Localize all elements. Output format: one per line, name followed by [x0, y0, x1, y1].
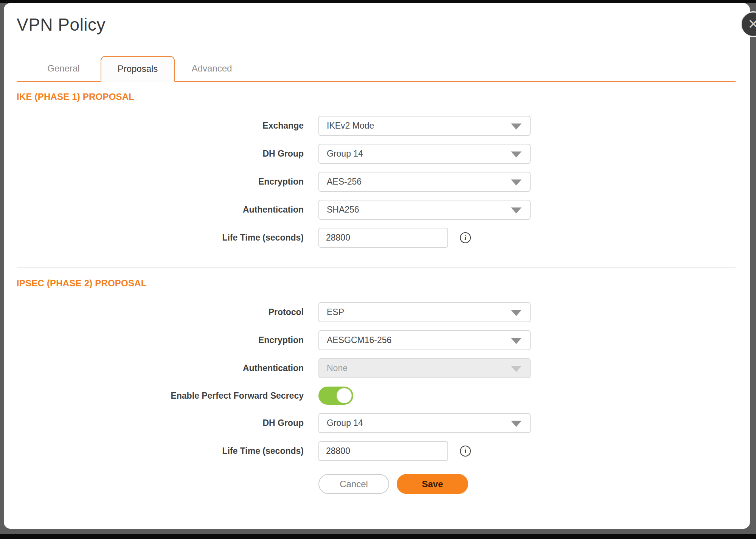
dropdown-arrow-icon	[511, 310, 522, 316]
protocol-select[interactable]: ESP	[318, 302, 531, 322]
ipsec-encryption-row: Encryption AESGCM16-256	[17, 330, 736, 350]
ipsec-encryption-select[interactable]: AESGCM16-256	[318, 330, 531, 350]
ike-phase1-heading: IKE (PHASE 1) PROPOSAL	[17, 92, 736, 102]
pfs-label: Enable Perfect Forward Secrecy	[17, 391, 318, 401]
tab-advanced[interactable]: Advanced	[175, 56, 249, 81]
tab-bar: General Proposals Advanced	[17, 56, 736, 82]
dialog-footer: Cancel Save	[17, 474, 736, 494]
pfs-row: Enable Perfect Forward Secrecy	[17, 386, 736, 405]
exchange-select[interactable]: IKEv2 Mode	[318, 116, 531, 136]
info-icon[interactable]: i	[460, 446, 471, 457]
ipsec-dh-group-select[interactable]: Group 14	[318, 413, 531, 433]
cancel-button[interactable]: Cancel	[318, 474, 389, 494]
ike-authentication-select[interactable]: SHA256	[318, 200, 531, 220]
ipsec-life-time-label: Life Time (seconds)	[17, 446, 318, 456]
ike-encryption-select[interactable]: AES-256	[318, 172, 531, 192]
ipsec-life-time-input[interactable]	[318, 441, 448, 461]
protocol-select-value: ESP	[327, 307, 344, 317]
pfs-toggle-knob	[337, 388, 352, 403]
dropdown-arrow-icon	[511, 338, 522, 344]
ike-authentication-select-value: SHA256	[327, 205, 359, 215]
exchange-select-value: IKEv2 Mode	[327, 121, 374, 131]
ike-dh-group-select-value: Group 14	[327, 149, 363, 159]
protocol-row: Protocol ESP	[17, 302, 736, 322]
exchange-row: Exchange IKEv2 Mode	[17, 116, 736, 136]
dialog-title: VPN Policy	[17, 14, 750, 35]
ipsec-authentication-row: Authentication None	[17, 358, 736, 378]
dropdown-arrow-icon	[511, 207, 522, 213]
dropdown-arrow-icon	[511, 366, 522, 372]
ipsec-authentication-select-disabled: None	[318, 358, 531, 378]
ike-life-time-label: Life Time (seconds)	[17, 233, 318, 243]
ike-phase1-form: Exchange IKEv2 Mode DH Group Group 14 En…	[17, 116, 736, 248]
ipsec-authentication-select-value: None	[327, 363, 348, 373]
ike-encryption-select-value: AES-256	[327, 177, 362, 187]
screen: VPN Policy General Proposals Advanced IK…	[0, 0, 756, 539]
ipsec-phase2-heading: IPSEC (PHASE 2) PROPOSAL	[17, 278, 736, 289]
ipsec-dh-group-row: DH Group Group 14	[17, 413, 736, 433]
ike-dh-group-label: DH Group	[17, 149, 318, 159]
ike-life-time-input[interactable]	[318, 228, 448, 248]
ipsec-phase2-form: Protocol ESP Encryption AESGCM16-256 Aut…	[17, 302, 736, 461]
info-icon[interactable]: i	[460, 232, 471, 243]
section-divider	[17, 267, 736, 268]
ike-encryption-label: Encryption	[17, 177, 318, 187]
ipsec-encryption-label: Encryption	[17, 335, 318, 345]
dropdown-arrow-icon	[511, 421, 522, 427]
ipsec-dh-group-select-value: Group 14	[327, 418, 363, 428]
ike-authentication-row: Authentication SHA256	[17, 200, 736, 220]
pfs-toggle[interactable]	[318, 387, 353, 405]
dropdown-arrow-icon	[511, 151, 522, 157]
tab-proposals[interactable]: Proposals	[101, 56, 175, 82]
dropdown-arrow-icon	[511, 123, 522, 129]
ike-life-time-row: Life Time (seconds) i	[17, 228, 736, 248]
exchange-label: Exchange	[17, 121, 318, 131]
protocol-label: Protocol	[17, 307, 318, 317]
ike-dh-group-row: DH Group Group 14	[17, 144, 736, 164]
ipsec-life-time-row: Life Time (seconds) i	[17, 441, 736, 461]
ike-encryption-row: Encryption AES-256	[17, 172, 736, 192]
tab-general[interactable]: General	[26, 56, 101, 81]
ipsec-dh-group-label: DH Group	[17, 418, 318, 428]
ike-dh-group-select[interactable]: Group 14	[318, 144, 531, 164]
ipsec-authentication-label: Authentication	[17, 363, 318, 373]
save-button[interactable]: Save	[397, 474, 468, 494]
proposals-panel: IKE (PHASE 1) PROPOSAL Exchange IKEv2 Mo…	[4, 92, 750, 494]
ipsec-encryption-select-value: AESGCM16-256	[327, 335, 391, 345]
vpn-policy-dialog: VPN Policy General Proposals Advanced IK…	[4, 3, 750, 529]
ike-authentication-label: Authentication	[17, 205, 318, 215]
dropdown-arrow-icon	[511, 179, 522, 185]
